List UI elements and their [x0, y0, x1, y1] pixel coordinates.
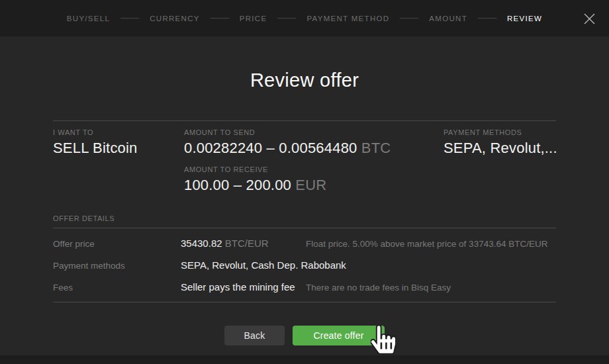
step-currency[interactable]: CURRENCY [150, 15, 200, 23]
offer-summary-section: I WANT TO SELL Bitcoin AMOUNT TO SEND 0.… [53, 120, 556, 194]
amount-to-receive-label: AMOUNT TO RECEIVE [184, 165, 444, 173]
fees-label: Fees [53, 283, 181, 293]
offer-price-note: Float price. 5.00% above market price of… [306, 239, 556, 249]
amounts-column: AMOUNT TO SEND 0.00282240 – 0.00564480 B… [184, 128, 444, 194]
amount-to-receive-number: 100.00 – 200.00 [184, 177, 291, 193]
step-buy-sell[interactable]: BUY/SELL [67, 15, 110, 23]
step-divider [277, 18, 296, 19]
step-review[interactable]: REVIEW [507, 15, 542, 23]
action-bar: Back Create offer [53, 326, 556, 345]
close-button[interactable] [581, 11, 597, 26]
offer-price-label: Offer price [53, 239, 181, 249]
i-want-to-value: SELL Bitcoin [53, 140, 184, 157]
direction-column: I WANT TO SELL Bitcoin [53, 128, 184, 194]
offer-price-unit: BTC/EUR [225, 238, 269, 249]
offer-details-table: Offer price 35430.82 BTC/EUR Float price… [53, 228, 556, 302]
wizard-progress-bar: BUY/SELL CURRENCY PRICE PAYMENT METHOD A… [0, 0, 609, 36]
step-price[interactable]: PRICE [240, 15, 267, 23]
amount-to-send-number: 0.00282240 – 0.00564480 [184, 140, 357, 156]
amount-to-receive-value: 100.00 – 200.00 EUR [184, 177, 444, 194]
amount-to-send-unit: BTC [361, 140, 391, 156]
table-row: Fees Seller pays the mining fee There ar… [53, 276, 556, 298]
step-payment-method[interactable]: PAYMENT METHOD [306, 15, 389, 23]
section-divider [53, 302, 556, 302]
table-row: Offer price 35430.82 BTC/EUR Float price… [53, 232, 556, 254]
offer-price-value: 35430.82 BTC/EUR [181, 238, 306, 249]
payment-methods-value: SEPA, Revolut,... [444, 140, 557, 157]
payment-methods-label: PAYMENT METHODS [444, 128, 557, 136]
review-offer-panel: Review offer I WANT TO SELL Bitcoin AMOU… [0, 36, 609, 355]
fees-value: Seller pays the mining fee [181, 281, 306, 293]
offer-details-heading: OFFER DETAILS [53, 214, 556, 222]
payment-methods-row-value: SEPA, Revolut, Cash Dep. Rabobank [181, 259, 306, 271]
background-strip [0, 355, 609, 364]
step-divider [400, 18, 418, 19]
payment-methods-row-label: Payment methods [53, 261, 181, 271]
amount-to-receive-unit: EUR [295, 177, 326, 193]
i-want-to-label: I WANT TO [53, 128, 184, 136]
amount-to-send-value: 0.00282240 – 0.00564480 BTC [184, 140, 444, 157]
step-amount[interactable]: AMOUNT [429, 15, 467, 23]
amount-to-receive-group: AMOUNT TO RECEIVE 100.00 – 200.00 EUR [184, 165, 444, 194]
page-title: Review offer [0, 69, 609, 91]
step-divider [478, 18, 496, 19]
wizard-stepper: BUY/SELL CURRENCY PRICE PAYMENT METHOD A… [67, 15, 542, 23]
create-offer-button[interactable]: Create offer [293, 326, 385, 345]
step-divider [120, 18, 139, 19]
amount-to-send-group: AMOUNT TO SEND 0.00282240 – 0.00564480 B… [184, 128, 444, 157]
offer-price-number: 35430.82 [181, 238, 222, 249]
table-row: Payment methods SEPA, Revolut, Cash Dep.… [53, 254, 556, 276]
payment-methods-column: PAYMENT METHODS SEPA, Revolut,... [444, 128, 557, 194]
close-icon [583, 13, 596, 25]
back-button[interactable]: Back [224, 326, 285, 345]
fees-note: There are no trade fees in Bisq Easy [306, 283, 556, 293]
amount-to-send-label: AMOUNT TO SEND [184, 128, 444, 136]
step-divider [211, 18, 229, 19]
